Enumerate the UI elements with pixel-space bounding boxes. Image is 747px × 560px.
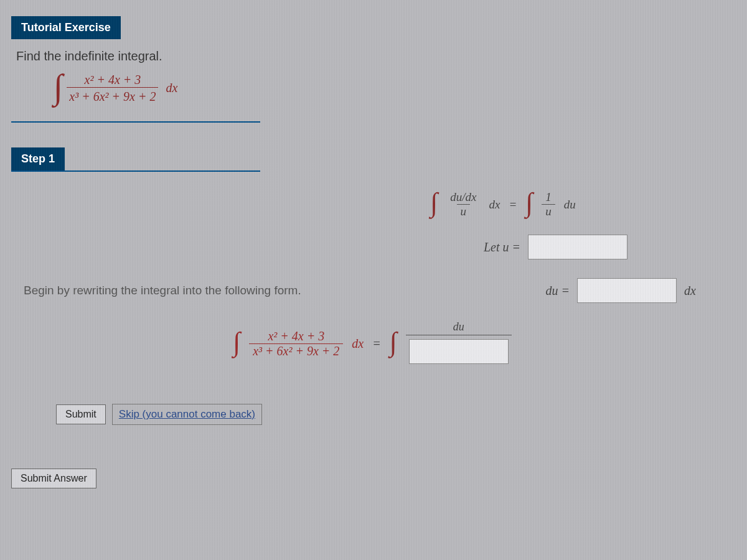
integral-icon: ∫ [430, 194, 438, 213]
final-eq-sign: = [372, 337, 381, 351]
step-content: ∫ du/dx u dx = ∫ 1 u du Let u = Begin by… [11, 172, 733, 425]
du-row: du = dx [546, 276, 696, 306]
identity-mid-dx: dx [489, 198, 500, 212]
integral-icon: ∫ [233, 333, 240, 352]
step-header: Step 1 [11, 147, 65, 170]
tutorial-prompt: Find the indefinite integral. [16, 49, 255, 63]
integral-icon: ∫ [390, 333, 397, 352]
step-button-row: Submit Skip (you cannot come back) [56, 404, 721, 425]
skip-link[interactable]: Skip (you cannot come back) [112, 404, 262, 425]
final-left-dx: dx [352, 337, 364, 351]
tutorial-body: Find the indefinite integral. ∫ x² + 4x … [11, 39, 260, 121]
submit-button[interactable]: Submit [56, 404, 106, 424]
let-u-label: Let u = [484, 240, 520, 254]
begin-row: Begin by rewriting the integral into the… [24, 276, 721, 306]
identity-right-num: 1 [542, 190, 555, 204]
let-u-input[interactable] [528, 235, 627, 259]
integral-icon: ∫ [54, 75, 63, 99]
final-left-num: x² + 4x + 3 [264, 329, 328, 343]
integral-icon: ∫ [525, 194, 533, 213]
dx-label: dx [166, 81, 177, 95]
identity-left-den: u [457, 204, 471, 218]
identity-right-den: u [542, 204, 555, 218]
final-denominator-input[interactable] [409, 339, 509, 364]
du-label: du = [546, 284, 570, 298]
du-trail: dx [684, 284, 696, 298]
final-right-du: du [453, 320, 464, 334]
begin-text: Begin by rewriting the integral into the… [24, 284, 372, 297]
tutorial-exercise-section: Tutorial Exercise Find the indefinite in… [11, 16, 260, 123]
step-1-section: Step 1 ∫ du/dx u dx = ∫ 1 u du Let u = B… [11, 147, 733, 425]
final-left-den: x³ + 6x² + 9x + 2 [249, 343, 343, 358]
identity-left-fraction: du/dx u [446, 190, 480, 218]
final-left-fraction: x² + 4x + 3 x³ + 6x² + 9x + 2 [249, 329, 343, 358]
integrand-denominator: x³ + 6x² + 9x + 2 [67, 87, 158, 104]
final-equation: ∫ x² + 4x + 3 x³ + 6x² + 9x + 2 dx = ∫ d… [24, 320, 721, 366]
final-right-fraction: du [406, 320, 512, 366]
identity-right-fraction: 1 u [542, 190, 555, 218]
submit-answer-button[interactable]: Submit Answer [11, 469, 96, 488]
integrand-numerator: x² + 4x + 3 [82, 72, 144, 87]
identity-right-du: du [564, 198, 576, 212]
identity-equation: ∫ du/dx u dx = ∫ 1 u du [285, 190, 721, 218]
tutorial-header: Tutorial Exercise [11, 16, 121, 39]
du-input[interactable] [577, 278, 677, 303]
problem-integral: ∫ x² + 4x + 3 x³ + 6x² + 9x + 2 dx [54, 72, 255, 104]
identity-left-num: du/dx [446, 190, 480, 204]
submit-answer-row: Submit Answer [11, 469, 747, 488]
let-u-row: Let u = [24, 232, 627, 262]
equals-sign: = [509, 198, 517, 212]
fraction-bar [406, 335, 512, 335]
integrand-fraction: x² + 4x + 3 x³ + 6x² + 9x + 2 [67, 72, 158, 104]
